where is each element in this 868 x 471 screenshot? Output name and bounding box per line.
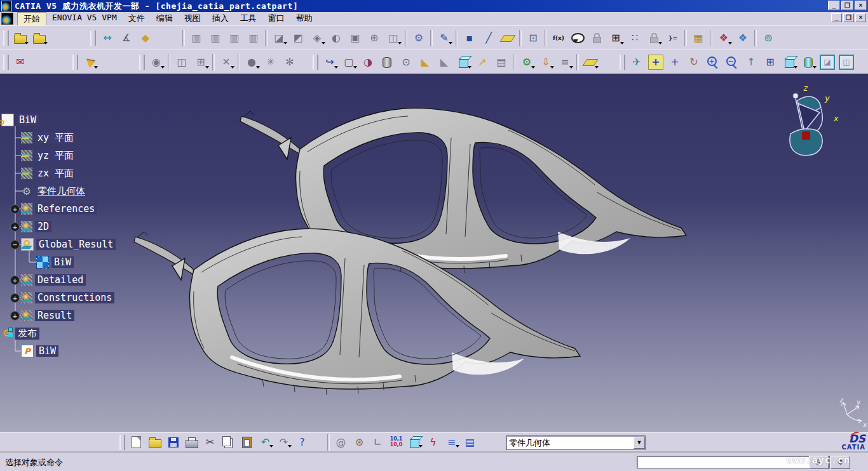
redo-button[interactable]: ↷: [275, 434, 293, 451]
powercopy-red-button[interactable]: ❖: [714, 29, 733, 48]
toolbar-handle[interactable]: [139, 55, 145, 70]
tree-item-label[interactable]: xy 平面: [35, 132, 76, 144]
workbench-combo[interactable]: 零件几何体 ▼: [506, 435, 646, 450]
lock-document-button[interactable]: [644, 29, 663, 48]
close[interactable]: ×: [855, 1, 867, 10]
surface-blend-button[interactable]: ◐: [327, 29, 346, 48]
fit-all-in-button[interactable]: +: [646, 53, 665, 72]
isolate-part-button[interactable]: ⊡: [524, 29, 543, 48]
iso-view-button[interactable]: [780, 53, 799, 72]
expand-toggle[interactable]: −: [10, 240, 20, 249]
menu-item[interactable]: 视图: [179, 12, 207, 26]
dropdown-arrow-icon[interactable]: [353, 66, 357, 70]
compass-base-handle[interactable]: [802, 131, 810, 140]
surface-gray-button[interactable]: ◣: [435, 53, 454, 72]
menu-item[interactable]: ENOVIA V5 VPM: [46, 12, 123, 26]
tree-item-result[interactable]: +Result: [0, 307, 159, 324]
zoom-out-button[interactable]: −: [722, 53, 742, 72]
expand-toggle[interactable]: +: [10, 275, 20, 285]
dropdown-arrow-icon[interactable]: [595, 66, 599, 70]
update-lightning-button[interactable]: ϟ: [424, 434, 442, 451]
tree-item-发布[interactable]: 发布: [0, 324, 159, 342]
toolbar-handle[interactable]: [3, 55, 9, 70]
dropdown-arrow-icon[interactable]: [728, 42, 732, 46]
surface-yellow-button[interactable]: ◣: [416, 53, 435, 72]
measure-between-button[interactable]: ∡: [117, 29, 136, 48]
update-all-button[interactable]: ⚙: [517, 53, 536, 72]
surface-offset-button[interactable]: ◩: [288, 29, 308, 48]
surface-box-button[interactable]: ◫: [384, 29, 403, 48]
surface-fill-button[interactable]: ◈: [308, 29, 327, 48]
menu-item[interactable]: 帮助: [290, 12, 318, 26]
dropdown-arrow-icon[interactable]: [531, 66, 535, 70]
dropdown-arrow-icon[interactable]: [449, 42, 452, 46]
catalog-globe-button[interactable]: ⊛: [350, 434, 369, 451]
tree-item-2d[interactable]: +2D: [0, 218, 159, 236]
dropdown-arrow-icon[interactable]: [256, 66, 260, 70]
minimize[interactable]: _: [828, 1, 840, 10]
shading-edges-button[interactable]: ⊙: [397, 53, 416, 72]
catalog-edit-2-button[interactable]: ▥: [206, 29, 225, 48]
tree-item-biw[interactable]: BiW: [0, 253, 159, 271]
formula-button[interactable]: f(x): [549, 29, 568, 48]
relations-button[interactable]: ∷: [625, 29, 644, 48]
dropdown-arrow-icon[interactable]: [269, 445, 273, 449]
surface-circular-button[interactable]: ⊕: [365, 29, 384, 48]
dropdown-arrow-icon[interactable]: [794, 66, 797, 70]
tree-item-references[interactable]: +References: [0, 200, 159, 218]
menu-item[interactable]: 编辑: [151, 12, 179, 26]
pad-ghost-button[interactable]: ▤: [492, 53, 511, 72]
mdi-close[interactable]: ×: [855, 13, 866, 22]
undo-button[interactable]: ↶: [256, 434, 275, 451]
rotate-target-button[interactable]: ✕: [217, 53, 236, 72]
tree-item-label[interactable]: Global_Result: [36, 239, 116, 250]
tree-item-global_result[interactable]: −Global_Result: [0, 236, 159, 253]
part-cube-button[interactable]: [405, 434, 424, 451]
dropdown-arrow-icon[interactable]: [94, 66, 98, 70]
look-at-button[interactable]: ◉: [147, 53, 166, 72]
dropdown-arrow-icon[interactable]: [231, 66, 234, 70]
menu-item[interactable]: 工具: [234, 12, 262, 26]
dropdown-arrow-icon[interactable]: [419, 445, 423, 449]
save-document-button[interactable]: [164, 434, 182, 451]
settings-gear-button[interactable]: ⚙: [409, 29, 428, 48]
tree-item-label[interactable]: 2D: [35, 221, 51, 232]
quad-view-button[interactable]: ⊞: [761, 53, 780, 72]
toolbar-handle[interactable]: [3, 30, 9, 46]
iso-box-button[interactable]: [454, 53, 473, 72]
expand-toggle[interactable]: +: [10, 204, 20, 214]
dropdown-arrow-icon[interactable]: [398, 42, 402, 46]
planes-visualization-button[interactable]: ◫: [172, 53, 191, 72]
sphere-visu-button[interactable]: ●: [242, 53, 261, 72]
tree-item-label[interactable]: Result: [35, 310, 74, 321]
catalog-edit-1-button[interactable]: ▥: [187, 29, 206, 48]
measure-inertia-button[interactable]: ◆: [136, 29, 155, 48]
cut-button[interactable]: ✂: [201, 434, 219, 451]
dropdown-arrow-icon[interactable]: [456, 445, 459, 449]
tree-item-label[interactable]: BiW: [36, 345, 58, 357]
dropdown-arrow-icon[interactable]: [468, 66, 471, 70]
sketcher-button[interactable]: ✎: [435, 29, 454, 48]
3d-viewport[interactable]: z y x z y x BiWxy 平面yz 平面zx 平面零件几何体+Refe…: [0, 74, 868, 433]
dropdown-arrow-icon[interactable]: [620, 42, 624, 46]
menu-item[interactable]: 文件: [123, 12, 151, 26]
tree-item-label[interactable]: yz 平面: [35, 150, 76, 162]
rotate-3d-button[interactable]: ↻: [684, 53, 703, 72]
open-document-button[interactable]: [146, 434, 164, 451]
tree-item-label[interactable]: zx 平面: [35, 168, 76, 180]
send-to-ppr-button[interactable]: ✉: [11, 53, 30, 72]
tree-item-label[interactable]: Constructions: [35, 292, 114, 303]
surface-arrow-button[interactable]: ↗: [473, 53, 492, 72]
expand-toggle[interactable]: +: [10, 222, 20, 232]
work-grid-button[interactable]: ⊞: [191, 53, 210, 72]
pan-button[interactable]: +: [665, 53, 684, 72]
stacked-surfaces-button[interactable]: [581, 53, 600, 72]
menu-item[interactable]: 窗口: [262, 12, 290, 26]
dropdown-arrow-icon[interactable]: [25, 42, 29, 46]
surface-sweep-button[interactable]: ◪: [269, 29, 288, 48]
knowledge-book-button[interactable]: ▤: [461, 434, 479, 451]
rule-editor-button[interactable]: }=: [663, 29, 682, 48]
toolbar-handle[interactable]: [313, 55, 318, 70]
dropdown-arrow-icon[interactable]: [569, 66, 573, 70]
dropdown-arrow-icon[interactable]: [205, 66, 209, 70]
